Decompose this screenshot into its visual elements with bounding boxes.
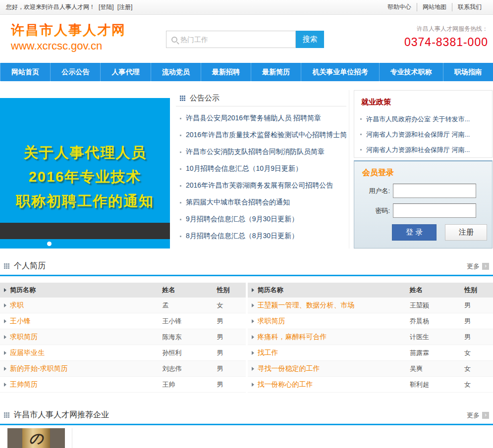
password-field[interactable] (393, 203, 476, 218)
grid-icon (180, 96, 185, 101)
arrow-right-icon (252, 288, 254, 292)
arrow-right-icon (4, 367, 6, 371)
arrow-right-icon (4, 303, 6, 307)
nav-item[interactable]: 流动党员 (151, 63, 201, 81)
chevron-right-icon: › (482, 412, 489, 419)
search-input[interactable] (180, 31, 295, 48)
resume-link[interactable]: 寻找一份稳定的工作 (258, 364, 320, 372)
nav-item[interactable]: 公示公告 (50, 63, 100, 81)
resume-link[interactable]: 找工作 (258, 348, 278, 356)
announcements-title: 公告公示 (190, 94, 219, 103)
resume-link[interactable]: 新的开始-求职简历 (10, 364, 68, 372)
arrow-right-icon (252, 303, 254, 307)
register-link[interactable]: [注册] (117, 3, 133, 11)
list-item: 9月招聘会信息汇总（9月30日更新） (176, 211, 346, 228)
right-column: 就业政策 许昌市人民政府办公室 关于转发市... 河南省人力资源和社会保障厅 河… (354, 90, 493, 249)
swirl-emblem-icon: の (29, 432, 44, 446)
nav-item[interactable]: 最新简历 (251, 63, 301, 81)
nav-item[interactable]: 网站首页 (0, 63, 50, 81)
resume-name: 孙恒利 (163, 348, 217, 357)
resume-name: 乔晨杨 (410, 317, 464, 326)
company-logo[interactable]: の (0, 428, 72, 448)
topbar-nav-link[interactable]: 网站地图 (417, 3, 452, 11)
site-logo[interactable]: 许昌市人事人才网 www.xcrcsc.gov.cn (11, 21, 126, 52)
grid-icon (4, 263, 9, 269)
nav-item[interactable]: 机关事业单位招考 (301, 63, 379, 81)
list-item: 8月招聘会信息汇总（8月30日更新） (176, 228, 346, 245)
search-icon (171, 37, 177, 43)
resume-link[interactable]: 王小锋 (10, 317, 31, 325)
topbar-nav-link[interactable]: 联系我们 (452, 3, 487, 11)
announcement-link[interactable]: 9月招聘会信息汇总（9月30日更新） (186, 215, 298, 224)
nav-item[interactable]: 专业技术职称 (379, 63, 443, 81)
announcements-column: 公告公示 许昌县公安局2016年警务辅助人员 招聘简章 2016年许昌市质量技术… (176, 90, 349, 249)
site-header: 许昌市人事人才网 www.xcrcsc.gov.cn 搜索 许昌人事人才网服务热… (0, 15, 493, 63)
login-button[interactable]: 登 录 (392, 224, 437, 241)
list-item: 许昌县公安局2016年警务辅助人员 招聘简章 (176, 110, 346, 127)
nav-item[interactable]: 职场指南 (443, 63, 493, 81)
bullet-icon (360, 149, 362, 150)
column-header-gender: 性别 (217, 286, 246, 295)
resume-gender: 男 (464, 317, 493, 326)
site-url: www.xcrcsc.gov.cn (11, 40, 126, 52)
policy-title: 就业政策 (361, 98, 488, 107)
announcement-link[interactable]: 2016年许昌市芙蓉湖商务发展有限公司招聘公告 (186, 181, 333, 190)
topbar-nav-link[interactable]: 帮助中心 (382, 3, 417, 11)
table-row: 求职简历 乔晨杨 男 (248, 313, 493, 329)
companies-more-link[interactable]: 更多 › (467, 411, 489, 420)
register-button[interactable]: 注册 (445, 224, 487, 241)
column-header-name: 姓名 (410, 286, 464, 295)
arrow-right-icon (252, 335, 254, 339)
list-item: 许昌市公安消防支队招聘合同制消防队员简章 (176, 144, 346, 160)
resume-name: 靳利超 (410, 380, 464, 389)
chevron-right-icon: › (482, 263, 489, 270)
resume-link[interactable]: 王帅简历 (10, 380, 38, 388)
bullet-icon (180, 236, 181, 237)
table-row: 求职简历 陈海东 男 (0, 329, 246, 345)
resume-link[interactable]: 求职简历 (258, 317, 285, 325)
policy-box: 就业政策 许昌市人民政府办公室 关于转发市... 河南省人力资源和社会保障厅 河… (354, 90, 493, 158)
resume-name: 王小锋 (163, 317, 217, 326)
announcement-link[interactable]: 许昌市公安消防支队招聘合同制消防队员简章 (186, 148, 325, 156)
nav-item[interactable]: 人事代理 (100, 63, 150, 81)
bullet-icon (180, 219, 181, 220)
announcement-link[interactable]: 10月招聘会信息汇总（10月9日更新） (186, 164, 302, 173)
search-bar: 搜索 (166, 31, 324, 48)
announcement-link[interactable]: 许昌县公安局2016年警务辅助人员 招聘简章 (186, 114, 321, 123)
list-item: 河南省人力资源和社会保障厅 河南... (360, 127, 488, 142)
resume-link[interactable]: 王堃颍一管理、数据分析、市场 (258, 301, 355, 309)
carousel-dot[interactable] (47, 242, 52, 246)
username-field[interactable] (393, 184, 476, 198)
search-button[interactable]: 搜索 (296, 31, 324, 48)
login-link[interactable]: [登陆] (99, 3, 114, 11)
resume-link[interactable]: 求职 (10, 301, 24, 309)
banner-line: 2016年专业技术 (0, 165, 170, 189)
resume-name: 吴爽 (410, 364, 464, 373)
table-row: 找一份称心的工作 靳利超 女 (248, 377, 493, 393)
list-item: 河南省人力资源和社会保障厅 河南... (360, 142, 488, 157)
bullet-icon (360, 118, 362, 120)
resume-link[interactable]: 求职简历 (10, 333, 38, 341)
more-label: 更多 (467, 411, 480, 420)
resume-link[interactable]: 疼痛科，麻醉科可合作 (258, 333, 327, 341)
resume-link[interactable]: 找一份称心的工作 (258, 380, 313, 388)
policy-link[interactable]: 许昌市人民政府办公室 关于转发市... (366, 115, 470, 124)
carousel-banner[interactable]: 关于人事代理人员2016年专业技术职称初聘工作的通知 (0, 98, 170, 249)
resume-name: 刘志伟 (163, 364, 217, 373)
bullet-icon (180, 118, 181, 119)
announcement-link[interactable]: 2016年许昌市质量技术监督检验测试中心招聘博士简章 (186, 131, 346, 140)
policy-link[interactable]: 河南省人力资源和社会保障厅 河南... (366, 130, 470, 139)
resume-link[interactable]: 应届毕业生 (10, 348, 45, 356)
announcement-link[interactable]: 8月招聘会信息汇总（8月30日更新） (186, 232, 298, 241)
resume-table-left: 简历名称 姓名 性别 求职 孟 女 王小锋 王小锋 男 (0, 283, 246, 393)
topbar-links: 帮助中心网站地图联系我们 (382, 3, 487, 11)
policy-link[interactable]: 河南省人力资源和社会保障厅 河南... (366, 146, 470, 154)
topbar: 您好，欢迎来到许昌人事人才网！ [登陆] [注册] 帮助中心网站地图联系我们 (0, 0, 493, 15)
announcement-link[interactable]: 第四届大中城市联合招聘会的通知 (186, 198, 290, 207)
nav-item[interactable]: 最新招聘 (201, 63, 251, 81)
resumes-more-link[interactable]: 更多 › (467, 262, 489, 271)
bullet-icon (360, 134, 362, 135)
announcements-header: 公告公示 (176, 90, 346, 106)
list-item: 2016年许昌市芙蓉湖商务发展有限公司招聘公告 (176, 177, 346, 194)
password-label: 密码: (359, 206, 390, 215)
